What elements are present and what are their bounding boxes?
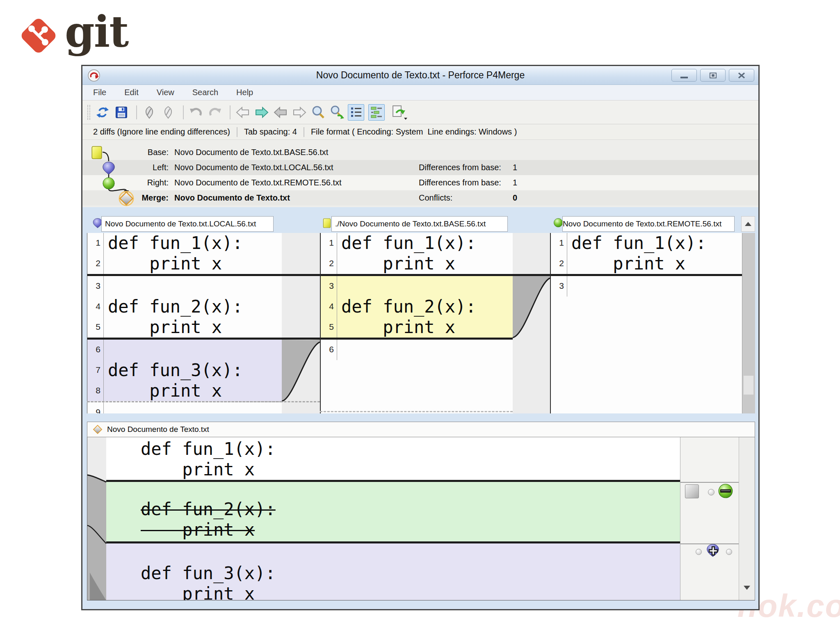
line-number: 4 xyxy=(321,297,337,317)
remote-sphere-icon xyxy=(103,178,114,189)
menu-search[interactable]: Search xyxy=(192,88,218,97)
code-line-changed: 4def fun_2(x): xyxy=(321,297,513,317)
find-diff-icon[interactable] xyxy=(329,104,345,121)
line-number: 5 xyxy=(321,317,337,338)
menu-view[interactable]: View xyxy=(157,88,174,97)
connector-band-right xyxy=(513,233,550,413)
base-choice-button[interactable] xyxy=(685,484,699,498)
line-number: 1 xyxy=(87,233,104,253)
remote-delete-choice-icon[interactable] xyxy=(718,483,733,499)
remote-choice-radio[interactable] xyxy=(726,549,732,555)
code-text: def fun_1(x): xyxy=(567,233,706,253)
line-number: 6 xyxy=(87,340,104,360)
minimize-button[interactable] xyxy=(671,69,697,82)
refresh-icon[interactable] xyxy=(94,104,111,121)
scrollbar-thumb[interactable] xyxy=(744,376,753,395)
scroll-up-button[interactable] xyxy=(741,216,755,232)
left-file: Novo Documento de Texto.txt.LOCAL.56.txt xyxy=(174,163,333,172)
merge-code-area[interactable]: def fun_1(x): print x def fun_2(x): prin… xyxy=(106,437,680,600)
merged-line[interactable]: def fun_1(x): xyxy=(106,439,680,459)
line-number: 6 xyxy=(321,340,337,360)
code-text: def fun_3(x): xyxy=(104,360,243,381)
prev-diff-icon[interactable] xyxy=(272,104,289,121)
merge-info-row-right: Right: Novo Documento de Texto.txt.REMOT… xyxy=(82,175,758,190)
git-wordmark: git xyxy=(65,11,128,61)
edit-left-icon[interactable] xyxy=(141,104,158,121)
remote-file-path[interactable]: Novo Documento de Texto.txt.REMOTE.56.tx… xyxy=(562,216,735,232)
git-logo: git xyxy=(19,11,128,61)
title-bar[interactable]: Novo Documento de Texto.txt - Perforce P… xyxy=(82,66,758,85)
base-pane[interactable]: 1def fun_1(x): 2 print x 3 4def fun_2(x)… xyxy=(320,233,513,413)
merge-output-filename: Novo Documento de Texto.txt xyxy=(107,425,209,434)
status-separator xyxy=(237,127,237,137)
remote-pane[interactable]: 1def fun_1(x): 2 print x 3 xyxy=(550,233,742,413)
menu-file[interactable]: File xyxy=(93,88,106,97)
conflicts-label: Conflicts: xyxy=(419,193,452,203)
code-line: 6 xyxy=(321,340,513,360)
status-bar: 2 diffs (Ignore line ending differences)… xyxy=(82,124,758,140)
diff-scrollbar[interactable] xyxy=(742,233,755,413)
scroll-down-icon xyxy=(744,586,750,590)
code-text: def fun_1(x): xyxy=(104,233,243,253)
line-number: 2 xyxy=(551,253,567,274)
first-diff-icon[interactable] xyxy=(235,104,251,121)
toolbar-separator xyxy=(136,105,137,119)
local-file-path[interactable]: Novo Documento de Texto.txt.LOCAL.56.txt xyxy=(101,216,274,232)
merged-line[interactable]: print x xyxy=(106,459,680,480)
line-number: 8 xyxy=(87,381,104,401)
merge-scrollbar[interactable] xyxy=(739,437,755,600)
merge-diamond-icon xyxy=(92,424,103,435)
promote-icon[interactable] xyxy=(391,104,408,121)
zoom-icon[interactable] xyxy=(310,104,326,121)
code-line: 3 xyxy=(87,276,282,297)
base-square-icon xyxy=(92,146,102,159)
base-choice-radio[interactable] xyxy=(696,549,702,555)
merge-output-pane[interactable]: def fun_1(x): print x def fun_2(x): prin… xyxy=(87,437,755,600)
code-line: 3 xyxy=(551,276,742,297)
inline-diff-toggle-icon[interactable] xyxy=(368,104,385,121)
close-button[interactable] xyxy=(729,69,754,82)
redo-icon[interactable] xyxy=(207,104,223,121)
undo-icon[interactable] xyxy=(188,104,204,121)
code-line: 1def fun_1(x): xyxy=(321,233,513,253)
merged-line-added[interactable] xyxy=(106,543,680,563)
status-separator xyxy=(304,127,304,137)
merge-gutter xyxy=(87,437,106,600)
line-numbers-toggle-icon[interactable] xyxy=(348,104,364,121)
code-line-added: 7def fun_3(x): xyxy=(87,360,282,381)
merged-line-added[interactable]: def fun_3(x): xyxy=(106,563,680,584)
edit-right-icon[interactable] xyxy=(160,104,176,121)
maximize-button[interactable] xyxy=(700,69,726,82)
code-line: 9 xyxy=(87,402,282,413)
local-choice-radio[interactable] xyxy=(708,489,714,495)
merged-line-removed[interactable]: print x xyxy=(106,520,680,541)
merge-file: Novo Documento de Texto.txt xyxy=(174,193,290,203)
code-line: 1def fun_1(x): xyxy=(87,233,282,253)
menu-edit[interactable]: Edit xyxy=(124,88,138,97)
code-line: 5 print x xyxy=(87,317,282,338)
merged-line-removed[interactable]: def fun_2(x): xyxy=(106,499,680,520)
line-number: 1 xyxy=(551,233,567,253)
minimize-icon xyxy=(680,77,688,78)
menu-help[interactable]: Help xyxy=(236,88,253,97)
window-title: Novo Documento de Texto.txt - Perforce P… xyxy=(82,70,758,81)
line-number: 5 xyxy=(87,317,104,338)
local-add-choice-icon[interactable] xyxy=(705,543,721,559)
merged-line-added[interactable]: print x xyxy=(106,584,680,600)
merge-graph xyxy=(82,140,144,207)
merged-line-removed[interactable] xyxy=(106,482,680,499)
local-pane[interactable]: 1def fun_1(x): 2 print x 3 4def fun_2(x)… xyxy=(87,233,282,413)
next-diff-icon[interactable] xyxy=(253,104,270,121)
toolbar-drag-handle[interactable] xyxy=(87,105,90,120)
code-line-changed: 3 xyxy=(321,276,513,297)
status-diff-count: 2 diffs (Ignore line ending differences) xyxy=(93,127,230,137)
line-number: 1 xyxy=(321,233,337,253)
base-file-path[interactable]: ./Novo Documento de Texto.txt.BASE.56.tx… xyxy=(331,216,508,232)
code-text xyxy=(337,276,341,297)
merge-info-row-merge: Merge: Novo Documento de Texto.txt Confl… xyxy=(82,190,758,205)
last-diff-icon[interactable] xyxy=(291,104,308,121)
toolbar-separator xyxy=(230,105,231,119)
code-text xyxy=(104,402,108,413)
save-icon[interactable] xyxy=(113,104,130,121)
left-diff-label: Differences from base: xyxy=(419,163,501,172)
